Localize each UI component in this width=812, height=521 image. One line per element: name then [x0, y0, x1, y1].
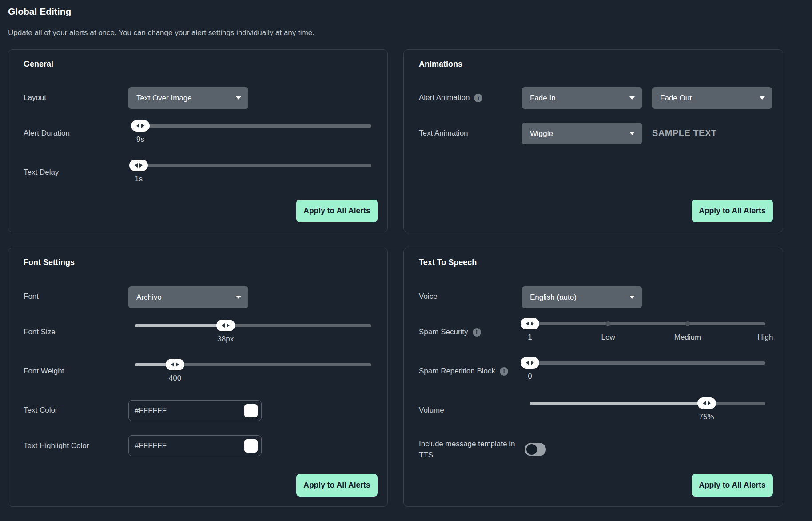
alert-animation-out-value: Fade Out	[660, 94, 692, 103]
spam-repetition-block-label: Spam Repetition Block	[419, 367, 508, 376]
chevron-down-icon	[629, 132, 635, 135]
font-label: Font	[24, 292, 39, 301]
volume-label: Volume	[419, 406, 444, 415]
tts-apply-button[interactable]: Apply to All Alerts	[692, 474, 773, 497]
volume-value: 75%	[699, 413, 714, 421]
alert-duration-label: Alert Duration	[24, 129, 70, 138]
spam-level-low-label: Low	[601, 333, 615, 342]
general-panel-title: General	[24, 60, 53, 69]
font-weight-label: Font Weight	[24, 367, 64, 376]
spam-repetition-slider-thumb[interactable]	[521, 357, 539, 369]
text-delay-slider-thumb[interactable]	[129, 160, 148, 171]
chevron-down-icon	[236, 96, 241, 100]
page-title: Global Editing	[8, 6, 71, 17]
slider-track[interactable]	[131, 164, 371, 167]
text-color-input[interactable]: #FFFFFF	[128, 400, 262, 421]
voice-dropdown[interactable]: English (auto)	[522, 286, 642, 308]
page-subtitle: Update all of your alerts at once. You c…	[8, 28, 314, 37]
slider-track[interactable]	[131, 124, 371, 128]
spam-security-label: Spam Security	[419, 328, 481, 337]
toggle-knob	[526, 444, 537, 455]
text-animation-dropdown[interactable]: Wiggle	[522, 123, 642, 144]
font-weight-value: 400	[169, 374, 181, 383]
text-delay-label: Text Delay	[24, 168, 59, 177]
spam-level-high-label: High	[758, 333, 773, 342]
tts-panel: Text To Speech Voice English (auto) Spam…	[403, 248, 783, 507]
alert-animation-in-value: Fade In	[530, 94, 556, 103]
include-template-toggle[interactable]	[525, 443, 546, 456]
info-icon[interactable]	[500, 367, 508, 376]
include-template-label: Include message template in TTS	[419, 438, 521, 461]
font-settings-apply-button[interactable]: Apply to All Alerts	[296, 474, 378, 497]
layout-dropdown-value: Text Over Image	[136, 94, 192, 103]
slider-fill	[530, 402, 707, 405]
text-color-value: #FFFFFF	[135, 406, 167, 415]
text-color-swatch[interactable]	[244, 404, 258, 417]
alert-animation-out-dropdown[interactable]: Fade Out	[652, 87, 772, 109]
spam-repetition-slider[interactable]: 0	[522, 357, 765, 369]
slider-track[interactable]	[522, 322, 765, 325]
text-highlight-color-input[interactable]: #FFFFFF	[128, 435, 262, 456]
animations-panel: Animations Alert Animation Fade In Fade …	[403, 49, 783, 232]
alert-duration-value: 9s	[136, 135, 144, 144]
chevron-down-icon	[629, 96, 635, 100]
voice-dropdown-value: English (auto)	[530, 293, 577, 302]
text-delay-slider[interactable]: 1s	[131, 160, 371, 171]
general-panel: General Layout Text Over Image Alert Dur…	[8, 49, 388, 232]
slider-tick	[606, 321, 611, 326]
animations-apply-button[interactable]: Apply to All Alerts	[692, 200, 773, 222]
font-dropdown[interactable]: Archivo	[128, 286, 248, 308]
font-size-slider[interactable]: 38px	[135, 320, 371, 331]
spam-repetition-block-label-text: Spam Repetition Block	[419, 367, 495, 376]
chevron-down-icon	[760, 96, 765, 100]
text-color-label: Text Color	[24, 406, 58, 415]
alert-animation-in-dropdown[interactable]: Fade In	[522, 87, 642, 109]
alert-animation-label: Alert Animation	[419, 93, 482, 102]
text-animation-value: Wiggle	[530, 129, 553, 138]
volume-slider[interactable]: 75%	[530, 397, 765, 409]
font-weight-slider[interactable]: 400	[135, 359, 371, 370]
info-icon[interactable]	[473, 328, 481, 337]
font-size-value: 38px	[217, 335, 234, 344]
spam-repetition-value: 0	[528, 372, 532, 381]
alert-duration-slider-thumb[interactable]	[131, 120, 150, 132]
alert-duration-slider[interactable]: 9s	[131, 120, 371, 132]
info-icon[interactable]	[474, 94, 482, 102]
slider-track[interactable]	[522, 361, 765, 365]
spam-security-label-text: Spam Security	[419, 328, 468, 337]
font-size-slider-thumb[interactable]	[216, 320, 235, 331]
voice-label: Voice	[419, 292, 438, 301]
text-highlight-color-label: Text Highlight Color	[24, 441, 89, 450]
font-size-label: Font Size	[24, 328, 56, 337]
font-weight-slider-thumb[interactable]	[166, 359, 184, 370]
chevron-down-icon	[236, 296, 241, 299]
slider-tick	[685, 321, 690, 326]
spam-security-slider-thumb[interactable]	[521, 318, 539, 329]
volume-slider-thumb[interactable]	[697, 397, 716, 409]
text-animation-preview: SAMPLE TEXT	[652, 128, 717, 138]
font-settings-panel-title: Font Settings	[24, 258, 75, 267]
layout-dropdown[interactable]: Text Over Image	[128, 87, 248, 109]
layout-label: Layout	[24, 93, 46, 102]
text-highlight-color-value: #FFFFFF	[135, 441, 167, 450]
chevron-down-icon	[629, 296, 635, 299]
text-delay-value: 1s	[135, 175, 143, 184]
spam-security-value: 1	[528, 333, 532, 342]
spam-security-slider[interactable]: 1 Low Medium High	[522, 318, 765, 329]
slider-fill	[135, 324, 226, 327]
alert-animation-label-text: Alert Animation	[419, 93, 470, 102]
text-highlight-color-swatch[interactable]	[244, 439, 258, 453]
tts-panel-title: Text To Speech	[419, 258, 477, 267]
text-animation-label: Text Animation	[419, 129, 468, 138]
font-dropdown-value: Archivo	[136, 293, 162, 302]
animations-panel-title: Animations	[419, 60, 462, 69]
spam-level-medium-label: Medium	[674, 333, 701, 342]
font-settings-panel: Font Settings Font Archivo Font Size 38p…	[8, 248, 388, 507]
general-apply-button[interactable]: Apply to All Alerts	[296, 200, 378, 222]
